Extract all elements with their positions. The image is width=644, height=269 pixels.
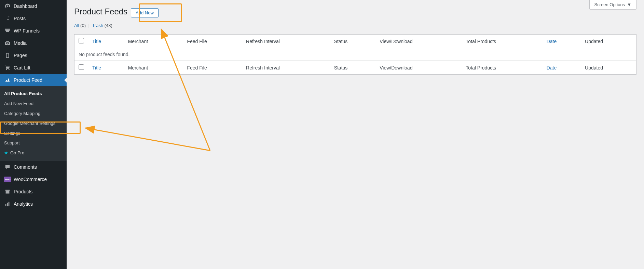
- filter-all[interactable]: All: [74, 23, 79, 28]
- col-merchant: Merchant: [124, 35, 183, 48]
- menu-label: Posts: [12, 16, 26, 21]
- svg-rect-4: [7, 203, 8, 206]
- chart-icon: [3, 201, 12, 207]
- col-date-footer[interactable]: Date: [543, 61, 581, 75]
- pushpin-icon: [3, 15, 12, 22]
- star-icon: ★: [4, 150, 8, 156]
- svg-rect-1: [6, 30, 10, 30]
- submenu-add-new-feed[interactable]: Add New Feed: [0, 99, 67, 109]
- screen-options-button[interactable]: Screen Options ▼: [589, 0, 636, 10]
- col-viewdl: View/Download: [375, 35, 462, 48]
- gopro-label: Go Pro: [10, 150, 24, 156]
- sidebar-item-comments[interactable]: Comments: [0, 161, 67, 173]
- filter-trash[interactable]: Trash: [92, 23, 103, 28]
- submenu-all-feeds[interactable]: All Product Feeds: [0, 89, 67, 99]
- menu-label: Media: [12, 40, 27, 46]
- add-new-button[interactable]: Add New: [131, 8, 159, 17]
- col-merchant-footer: Merchant: [124, 61, 183, 75]
- comment-icon: [3, 164, 12, 170]
- col-status: Status: [330, 35, 376, 48]
- menu-label: WP Funnels: [12, 28, 40, 34]
- list-filters: All (0) | Trash (48): [74, 23, 636, 28]
- menu-label: Comments: [12, 164, 37, 170]
- menu-label: Products: [12, 189, 32, 194]
- filter-trash-count: (48): [105, 23, 112, 28]
- page-heading-row: Product Feeds Add New: [74, 3, 636, 17]
- submenu-go-pro[interactable]: ★ Go Pro: [0, 148, 67, 158]
- productfeed-submenu: All Product Feeds Add New Feed Category …: [0, 86, 67, 161]
- chevron-down-icon: ▼: [627, 2, 631, 7]
- sidebar-item-pages[interactable]: Pages: [0, 49, 67, 62]
- empty-row: No product feeds found.: [74, 48, 636, 61]
- col-feedfile: Feed File: [183, 35, 242, 48]
- page-title: Product Feeds: [74, 7, 127, 16]
- svg-rect-0: [5, 29, 10, 29]
- main-content: Screen Options ▼ Product Feeds Add New A…: [67, 0, 644, 269]
- filter-separator: |: [88, 23, 90, 28]
- col-title[interactable]: Title: [88, 35, 124, 48]
- col-refresh-footer: Refresh Interval: [242, 61, 330, 75]
- sidebar-item-posts[interactable]: Posts: [0, 12, 67, 25]
- sidebar-item-cartlift[interactable]: Cart Lift: [0, 62, 67, 74]
- col-updated-footer: Updated: [581, 61, 636, 75]
- sidebar-item-products[interactable]: Products: [0, 185, 67, 198]
- submenu-google-merchant[interactable]: Google Merchant Settings: [0, 119, 67, 129]
- pages-icon: [3, 52, 12, 59]
- col-date[interactable]: Date: [543, 35, 581, 48]
- select-all-checkbox[interactable]: [79, 38, 84, 43]
- submenu-support[interactable]: Support: [0, 138, 67, 148]
- submenu-category-mapping[interactable]: Category Mapping: [0, 109, 67, 119]
- col-feedfile-footer: Feed File: [183, 61, 242, 75]
- funnel-icon: [3, 28, 12, 34]
- menu-label: WooCommerce: [12, 177, 47, 182]
- feed-icon: [3, 77, 12, 83]
- sidebar-item-woocommerce[interactable]: Woo WooCommerce: [0, 173, 67, 185]
- menu-label: Cart Lift: [12, 65, 30, 71]
- select-all-checkbox-footer[interactable]: [79, 64, 84, 70]
- sidebar-item-wpfunnels[interactable]: WP Funnels: [0, 25, 67, 37]
- admin-sidebar: Dashboard Posts WP Funnels Media Pages C…: [0, 0, 67, 269]
- archive-icon: [3, 189, 12, 195]
- screen-options-label: Screen Options: [594, 2, 625, 7]
- col-total: Total Products: [462, 35, 542, 48]
- col-status-footer: Status: [330, 61, 376, 75]
- menu-label: Pages: [12, 53, 27, 58]
- woo-icon: Woo: [3, 177, 12, 182]
- menu-label: Product Feed: [12, 77, 42, 83]
- menu-label: Dashboard: [12, 3, 37, 9]
- sidebar-item-productfeed[interactable]: Product Feed: [0, 74, 67, 86]
- sidebar-item-media[interactable]: Media: [0, 37, 67, 49]
- col-updated: Updated: [581, 35, 636, 48]
- menu-label: Analytics: [12, 201, 33, 207]
- svg-rect-2: [6, 31, 9, 32]
- col-title-footer[interactable]: Title: [88, 61, 124, 75]
- col-refresh: Refresh Interval: [242, 35, 330, 48]
- col-viewdl-footer: View/Download: [375, 61, 462, 75]
- camera-icon: [3, 40, 12, 46]
- svg-rect-3: [5, 204, 6, 206]
- svg-rect-5: [9, 202, 10, 206]
- col-total-footer: Total Products: [462, 61, 542, 75]
- sidebar-item-dashboard[interactable]: Dashboard: [0, 0, 67, 12]
- submenu-settings[interactable]: Settings: [0, 129, 67, 139]
- feeds-table: Title Merchant Feed File Refresh Interva…: [74, 34, 636, 75]
- sidebar-item-analytics[interactable]: Analytics: [0, 198, 67, 210]
- filter-all-count: (0): [80, 23, 86, 28]
- gauge-icon: [3, 3, 12, 9]
- cart-icon: [3, 65, 12, 71]
